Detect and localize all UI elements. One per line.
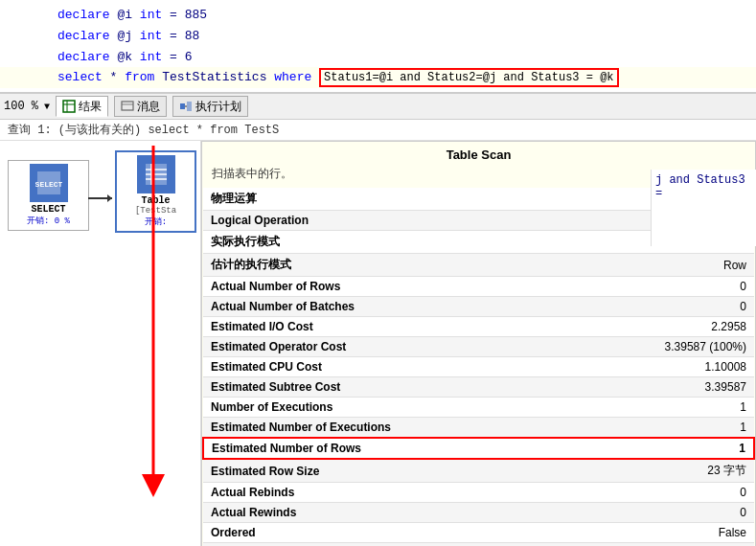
node-connector — [88, 189, 117, 208]
tooltip-property: Estimated Number of Executions — [203, 418, 571, 439]
code-content-4: select * from TestStatistics where Statu… — [48, 68, 619, 87]
highlight-box: Status1=@i and Status2=@j and Status3 = … — [319, 68, 618, 87]
tooltip-property: Estimated Row Size — [203, 459, 571, 483]
tooltip-property: 估计的执行模式 — [203, 254, 571, 277]
bottom-pane: SELECT SELECT 开销: 0 % — [0, 141, 756, 546]
tooltip-value: 0 — [571, 543, 754, 547]
svg-marker-11 — [107, 194, 112, 202]
table-label: Table — [120, 195, 192, 206]
svg-rect-6 — [187, 102, 192, 111]
tab-execplan[interactable]: 执行计划 — [172, 96, 248, 117]
table-scan-icon — [143, 161, 170, 188]
zoom-arrow: ▼ — [44, 102, 50, 112]
tooltip-property: Ordered — [203, 523, 571, 543]
plan-icon — [179, 100, 193, 113]
tooltip-property: Actual Number of Rows — [203, 277, 571, 297]
tooltip-property: Estimated CPU Cost — [203, 357, 571, 377]
tooltip-value: 0 — [571, 503, 754, 523]
tooltip-property: Actual Number of Batches — [203, 297, 571, 317]
code-content-2: declare @j int = 88 — [48, 29, 199, 43]
tooltip-value: 2.2958 — [571, 317, 754, 337]
tab-results-label: 结果 — [79, 99, 102, 115]
tooltip-property: Estimated I/O Cost — [203, 317, 571, 337]
tooltip-value: 1.10008 — [571, 357, 754, 377]
plan-left: SELECT SELECT 开销: 0 % — [0, 141, 201, 546]
tab-messages-label: 消息 — [137, 99, 160, 115]
results-text: 查询 1: (与该批有关的) select * from TestS — [8, 122, 279, 138]
code-line-2: declare @j int = 88 — [0, 25, 756, 46]
results-area: 查询 1: (与该批有关的) select * from TestS — [0, 120, 756, 141]
tooltip-title: Table Scan — [202, 142, 755, 164]
code-content-1: declare @i int = 885 — [48, 8, 207, 22]
tab-messages[interactable]: 消息 — [114, 96, 167, 117]
code-line-3: declare @k int = 6 — [0, 46, 756, 67]
tooltip-value: 0 — [571, 297, 754, 317]
svg-rect-0 — [63, 101, 75, 112]
code-line-1: declare @i int = 885 — [0, 4, 756, 25]
table-cost: 开销: — [120, 216, 192, 228]
tab-results[interactable]: 结果 — [56, 96, 108, 117]
tooltip-value: 0 — [571, 483, 754, 503]
table-node: Table [TestSta 开销: — [115, 150, 196, 233]
svg-rect-5 — [180, 103, 185, 109]
tooltip-value: 1 — [571, 418, 754, 439]
table-name: [TestSta — [120, 206, 192, 216]
message-icon — [121, 100, 134, 113]
tooltip-value: 3.39587 (100%) — [571, 337, 754, 357]
svg-rect-3 — [122, 102, 133, 110]
tooltip-value: 3.39587 — [571, 377, 754, 398]
select-cost: 开销: 0 % — [11, 215, 85, 227]
table-icon — [62, 100, 76, 113]
right-edge-text: j and Status3 = — [651, 170, 756, 246]
right-edge-line1: j and Status3 = — [655, 173, 752, 200]
tooltip-value: Row — [571, 254, 754, 277]
select-icon: SELECT — [35, 170, 62, 196]
tooltip-property: 实际执行模式 — [203, 231, 571, 254]
tooltip-property: Logical Operation — [203, 211, 571, 231]
tooltip-value: 0 — [571, 277, 754, 297]
tooltip-property: 节点 ID — [203, 543, 571, 547]
tooltip-value: 1 — [571, 438, 754, 459]
tooltip-property: Actual Rebinds — [203, 483, 571, 503]
zoom-label: 100 % — [4, 100, 38, 113]
tooltip-property: Estimated Number of Rows — [203, 438, 571, 459]
code-line-4: select * from TestStatistics where Statu… — [0, 67, 756, 88]
tooltip-property: Estimated Operator Cost — [203, 337, 571, 357]
tab-execplan-label: 执行计划 — [195, 99, 241, 115]
tooltip-property: 物理运算 — [203, 188, 571, 211]
select-label: SELECT — [11, 204, 85, 215]
select-node: SELECT SELECT 开销: 0 % — [8, 160, 89, 231]
tooltip-property: Number of Executions — [203, 398, 571, 418]
editor-area: declare @i int = 885 declare @j int = 88… — [0, 0, 756, 93]
code-content-3: declare @k int = 6 — [48, 50, 192, 64]
tooltip-property: Actual Rewinds — [203, 503, 571, 523]
svg-text:SELECT: SELECT — [35, 180, 62, 189]
tooltip-value: 23 字节 — [571, 459, 754, 483]
tooltip-value: False — [571, 523, 754, 543]
toolbar: 100 % ▼ 结果 消息 执行计划 — [0, 93, 756, 120]
tooltip-property: Estimated Subtree Cost — [203, 377, 571, 398]
tooltip-value: 1 — [571, 398, 754, 418]
